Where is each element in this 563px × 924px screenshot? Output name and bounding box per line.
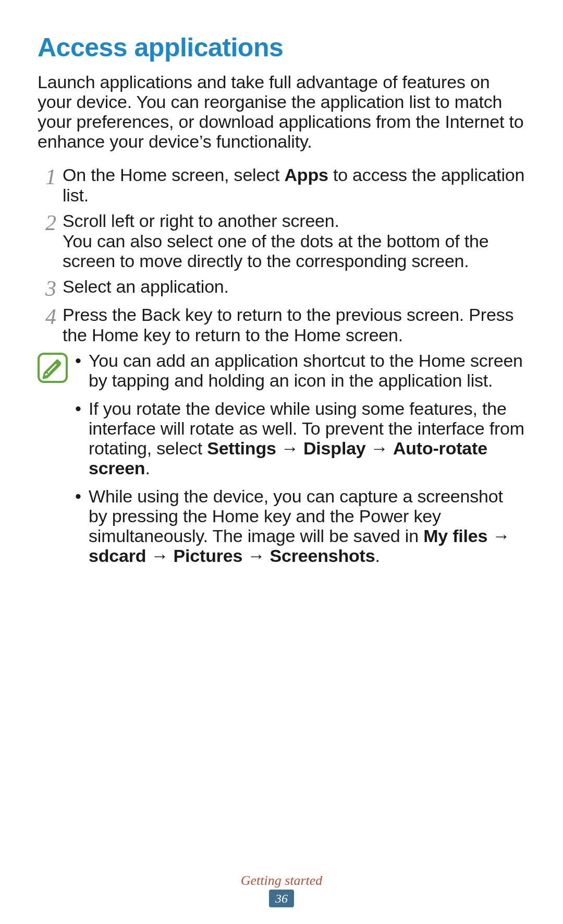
- footer-chapter: Getting started: [0, 873, 563, 889]
- note-item: If you rotate the device while using som…: [75, 399, 525, 478]
- note-bullet-list: You can add an application shortcut to t…: [75, 351, 525, 574]
- step-extra: You can also select one of the dots at t…: [63, 231, 525, 272]
- note-pencil-icon: [38, 353, 68, 383]
- step-body: Scroll left or right to another screen. …: [63, 211, 525, 271]
- arrow: →: [371, 438, 388, 458]
- step-body: Press the Back key to return to the prev…: [63, 305, 525, 345]
- step-number: 1: [38, 166, 56, 188]
- step-number: 2: [38, 212, 56, 234]
- step-row: 3 Select an application.: [38, 277, 525, 299]
- step-bold: Apps: [284, 165, 328, 185]
- note-bold: sdcard: [89, 546, 146, 566]
- step-row: 2 Scroll left or right to another screen…: [38, 211, 525, 271]
- arrow: →: [493, 526, 510, 546]
- step-body: Select an application.: [63, 277, 229, 297]
- page-footer: Getting started 36: [0, 873, 563, 907]
- note-bold: Screenshots: [270, 546, 375, 566]
- step-number: 3: [38, 278, 56, 299]
- step-number: 4: [38, 306, 56, 328]
- step-body: On the Home screen, select Apps to acces…: [63, 165, 525, 206]
- step-list: 1 On the Home screen, select Apps to acc…: [38, 165, 525, 345]
- step-row: 1 On the Home screen, select Apps to acc…: [38, 165, 525, 206]
- section-heading: Access applications: [38, 32, 525, 63]
- arrow: →: [281, 438, 299, 458]
- arrow: →: [151, 546, 169, 566]
- intro-paragraph: Launch applications and take full advant…: [38, 72, 525, 151]
- step-text: Scroll left or right to another screen.: [63, 211, 525, 231]
- note-bold: Settings: [207, 438, 276, 458]
- note-bold: Pictures: [174, 546, 243, 566]
- arrow: →: [247, 546, 265, 566]
- page-number-badge: 36: [269, 890, 294, 907]
- step-text: On the Home screen, select: [63, 165, 284, 185]
- note-block: You can add an application shortcut to t…: [38, 351, 525, 574]
- note-item: While using the device, you can capture …: [75, 486, 525, 566]
- note-item: You can add an application shortcut to t…: [75, 351, 525, 390]
- step-row: 4 Press the Back key to return to the pr…: [38, 305, 525, 345]
- manual-page: Access applications Launch applications …: [0, 0, 563, 924]
- note-bold: My files: [423, 526, 487, 546]
- note-bold: Display: [303, 438, 366, 458]
